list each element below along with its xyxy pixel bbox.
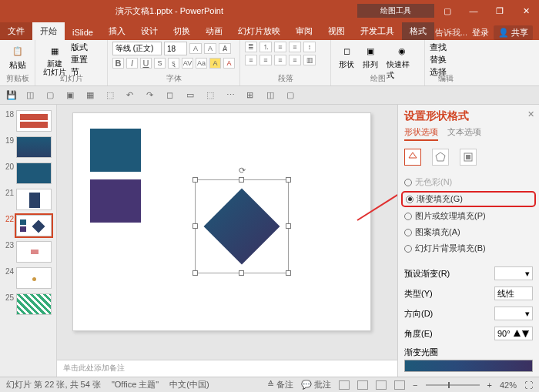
resize-handle[interactable] bbox=[192, 270, 198, 276]
minimize-icon[interactable]: — bbox=[460, 0, 487, 22]
tab-animations[interactable]: 动画 bbox=[198, 22, 230, 40]
columns-icon[interactable]: ▥ bbox=[303, 55, 316, 65]
zoom-slider[interactable] bbox=[426, 384, 480, 386]
justify-icon[interactable]: ≡ bbox=[289, 55, 301, 65]
size-props-icon[interactable] bbox=[460, 149, 477, 166]
slide-thumb-19[interactable]: 19 bbox=[0, 134, 56, 160]
slide-thumb-23[interactable]: 23 bbox=[0, 239, 56, 265]
bold-icon[interactable]: B bbox=[112, 58, 124, 69]
tab-file[interactable]: 文件 bbox=[0, 22, 32, 40]
spacing-icon[interactable]: AV bbox=[182, 58, 193, 69]
qat-icon-4[interactable]: ▣ bbox=[66, 90, 77, 101]
qat-icon-11[interactable]: ⬚ bbox=[206, 90, 217, 101]
resize-handle[interactable] bbox=[239, 177, 244, 183]
slide-thumb-25[interactable]: 25 bbox=[0, 291, 56, 317]
highlight-icon[interactable]: A bbox=[209, 58, 221, 69]
indent-dec-icon[interactable]: ≡ bbox=[274, 42, 286, 52]
view-sorter-icon[interactable] bbox=[357, 380, 368, 390]
zoom-in-icon[interactable]: + bbox=[487, 380, 492, 390]
rotate-handle-icon[interactable]: ⟳ bbox=[238, 166, 246, 174]
slide-canvas[interactable]: ⟳ bbox=[57, 105, 397, 360]
resize-handle[interactable] bbox=[286, 223, 291, 229]
zoom-out-icon[interactable]: − bbox=[413, 380, 417, 390]
qat-icon-13[interactable]: ⊞ bbox=[246, 90, 257, 101]
fill-pattern[interactable]: 图案填充(A) bbox=[404, 226, 533, 238]
zoom-level[interactable]: 42% bbox=[500, 380, 517, 390]
thumbnail-pane[interactable]: 18 19 20 21 22 23 24 25 bbox=[0, 105, 57, 377]
tab-design[interactable]: 设计 bbox=[133, 22, 166, 40]
font-name[interactable]: 等线 (正文) bbox=[112, 42, 162, 55]
align-left-icon[interactable]: ≡ bbox=[245, 55, 257, 65]
align-center-icon[interactable]: ≡ bbox=[259, 55, 272, 65]
align-right-icon[interactable]: ≡ bbox=[274, 55, 286, 65]
view-reading-icon[interactable] bbox=[376, 380, 387, 390]
effects-icon[interactable] bbox=[432, 149, 449, 166]
tab-developer[interactable]: 开发工具 bbox=[353, 22, 402, 40]
gradient-stops-bar[interactable] bbox=[404, 360, 533, 372]
tab-islide[interactable]: iSlide bbox=[65, 25, 101, 40]
layout-button[interactable]: 版式 bbox=[71, 42, 88, 53]
qat-icon-5[interactable]: ▦ bbox=[86, 90, 97, 101]
italic-icon[interactable]: I bbox=[126, 58, 138, 69]
rect-teal[interactable] bbox=[90, 129, 141, 172]
replace-button[interactable]: 替换 bbox=[430, 54, 462, 65]
numbering-icon[interactable]: ⒈ bbox=[259, 42, 272, 52]
notes-pane[interactable]: 单击此处添加备注 bbox=[57, 360, 397, 377]
reset-button[interactable]: 重置 bbox=[71, 54, 88, 65]
shadow-icon[interactable]: ȿ bbox=[168, 58, 179, 69]
qat-icon-3[interactable]: ▢ bbox=[46, 90, 57, 101]
font-size[interactable]: 18 bbox=[164, 42, 187, 55]
tab-format[interactable]: 格式 bbox=[402, 22, 434, 40]
fill-none[interactable]: 无色彩(N) bbox=[404, 176, 533, 188]
fill-line-icon[interactable] bbox=[404, 149, 421, 166]
slide-thumb-24[interactable]: 24 bbox=[0, 265, 56, 291]
resize-handle[interactable] bbox=[239, 270, 244, 276]
qat-icon-9[interactable]: ◻ bbox=[166, 90, 177, 101]
slide-thumb-18[interactable]: 18 bbox=[0, 108, 56, 134]
new-slide-button[interactable]: ▦ 新建 幻灯片 bbox=[40, 42, 69, 78]
tab-insert[interactable]: 插入 bbox=[101, 22, 133, 40]
rect-purple[interactable] bbox=[90, 179, 141, 223]
line-spacing-icon[interactable]: ↕ bbox=[303, 42, 316, 52]
indent-inc-icon[interactable]: ≡ bbox=[289, 42, 301, 52]
find-button[interactable]: 查找 bbox=[430, 42, 462, 53]
undo-icon[interactable]: ↶ bbox=[126, 90, 137, 101]
slide[interactable]: ⟳ bbox=[72, 112, 371, 331]
tab-shape-options[interactable]: 形状选项 bbox=[404, 126, 438, 141]
qat-icon-10[interactable]: ▭ bbox=[186, 90, 197, 101]
share-button[interactable]: 👤 共享 bbox=[494, 25, 533, 40]
case-icon[interactable]: Aa bbox=[196, 58, 207, 69]
angle-input[interactable]: 90°⯅⯆ bbox=[494, 327, 533, 340]
tab-slideshow[interactable]: 幻灯片放映 bbox=[230, 22, 288, 40]
slide-thumb-21[interactable]: 21 bbox=[0, 186, 56, 213]
tell-me[interactable]: 告诉我... bbox=[435, 27, 467, 39]
type-picker[interactable]: 线性 bbox=[494, 286, 533, 300]
status-comments[interactable]: 💬 批注 bbox=[301, 379, 331, 390]
qat-icon-6[interactable]: ⬚ bbox=[106, 90, 117, 101]
bullets-icon[interactable]: ≣ bbox=[245, 42, 257, 52]
close-icon[interactable]: ✕ bbox=[513, 0, 539, 22]
increase-font-icon[interactable]: A bbox=[189, 43, 202, 54]
preset-picker[interactable]: ▾ bbox=[494, 266, 533, 280]
status-lang[interactable]: 中文(中国) bbox=[169, 379, 209, 390]
slide-thumb-22[interactable]: 22 bbox=[0, 213, 56, 239]
qat-icon-12[interactable]: ⋯ bbox=[226, 90, 237, 101]
fill-picture[interactable]: 图片或纹理填充(P) bbox=[404, 210, 533, 222]
resize-handle[interactable] bbox=[286, 177, 291, 183]
view-slideshow-icon[interactable] bbox=[394, 380, 405, 390]
resize-handle[interactable] bbox=[192, 223, 198, 229]
fill-slide-bg[interactable]: 幻灯片背景填充(B) bbox=[404, 243, 533, 254]
maximize-icon[interactable]: ❐ bbox=[487, 0, 513, 22]
tab-text-options[interactable]: 文本选项 bbox=[447, 126, 481, 141]
qat-icon-15[interactable]: ▢ bbox=[286, 90, 297, 101]
qat-icon-2[interactable]: ◫ bbox=[26, 90, 37, 101]
fit-window-icon[interactable]: ⛶ bbox=[524, 380, 533, 390]
tab-home[interactable]: 开始 bbox=[32, 22, 65, 40]
sign-in[interactable]: 登录 bbox=[472, 27, 489, 39]
save-icon[interactable]: 💾 bbox=[6, 90, 17, 101]
tab-transitions[interactable]: 切换 bbox=[166, 22, 198, 40]
font-color-icon[interactable]: A bbox=[223, 58, 235, 69]
decrease-font-icon[interactable]: A bbox=[204, 43, 216, 54]
qat-icon-14[interactable]: ◫ bbox=[266, 90, 277, 101]
tab-view[interactable]: 视图 bbox=[320, 22, 353, 40]
